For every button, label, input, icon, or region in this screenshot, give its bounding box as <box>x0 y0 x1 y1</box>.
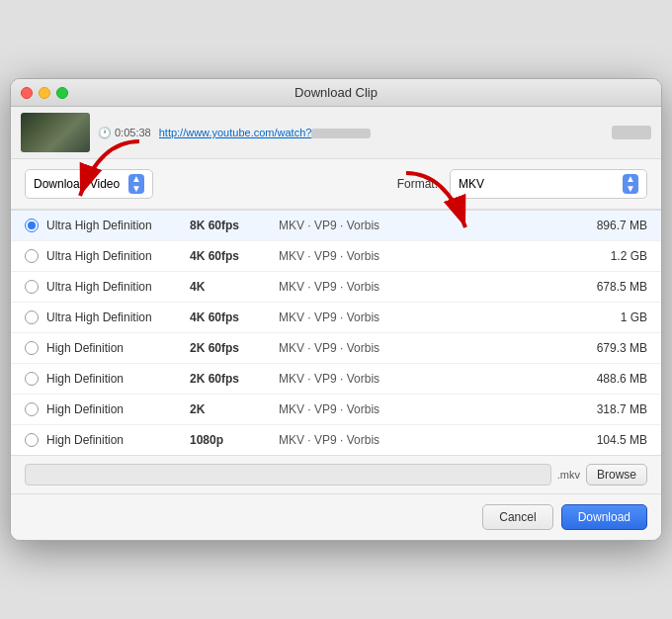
resolution-label: 2K 60fps <box>190 372 279 386</box>
size-label: 488.6 MB <box>568 372 647 386</box>
format-label: MKV · VP9 · Vorbis <box>279 433 568 447</box>
extension-label: .mkv <box>557 469 580 481</box>
quality-label: High Definition <box>46 433 190 447</box>
quality-label: High Definition <box>46 341 190 355</box>
video-row[interactable]: Ultra High Definition4K 60fpsMKV · VP9 ·… <box>11 303 661 333</box>
url-blur <box>311 129 371 138</box>
bottom-bar: .mkv Browse <box>11 456 661 494</box>
download-button[interactable]: Download <box>561 504 647 530</box>
format-label: MKV · VP9 · Vorbis <box>279 341 568 355</box>
size-label: 896.7 MB <box>568 219 647 232</box>
video-row[interactable]: Ultra High Definition4K 60fpsMKV · VP9 ·… <box>11 241 661 272</box>
radio-button[interactable] <box>25 402 39 416</box>
download-type-select[interactable]: Download Video ▲▼ <box>25 169 153 199</box>
browse-button[interactable]: Browse <box>586 464 647 486</box>
format-label: MKV · VP9 · Vorbis <box>279 372 568 386</box>
video-row[interactable]: High Definition1080pMKV · VP9 · Vorbis10… <box>11 425 661 455</box>
resolution-label: 4K <box>190 280 279 294</box>
format-label: MKV · VP9 · Vorbis <box>279 280 568 294</box>
size-label: 104.5 MB <box>568 433 647 447</box>
size-label: 1.2 GB <box>568 249 647 263</box>
url-display[interactable]: http://www.youtube.com/watch? <box>159 127 604 138</box>
quality-label: Ultra High Definition <box>46 310 190 324</box>
format-label: MKV · VP9 · Vorbis <box>279 402 568 416</box>
traffic-lights <box>21 87 68 99</box>
url-text: http://www.youtube.com/watch? <box>159 127 312 138</box>
radio-button[interactable] <box>25 249 39 263</box>
size-label: 1 GB <box>568 310 647 324</box>
video-row[interactable]: Ultra High Definition4KMKV · VP9 · Vorbi… <box>11 272 661 303</box>
resolution-label: 8K 60fps <box>190 219 279 232</box>
cancel-button[interactable]: Cancel <box>482 504 552 530</box>
resolution-label: 4K 60fps <box>190 310 279 324</box>
quality-label: Ultra High Definition <box>46 249 190 263</box>
radio-button[interactable] <box>25 341 39 355</box>
radio-button[interactable] <box>25 372 39 386</box>
video-list: Ultra High Definition8K 60fpsMKV · VP9 ·… <box>11 210 661 456</box>
video-row[interactable]: High Definition2KMKV · VP9 · Vorbis318.7… <box>11 395 661 425</box>
format-label: MKV · VP9 · Vorbis <box>279 219 568 232</box>
format-value: MKV <box>459 177 484 191</box>
radio-button[interactable] <box>25 280 39 294</box>
title-bar: Download Clip <box>11 79 661 107</box>
size-label: 679.3 MB <box>568 341 647 355</box>
download-type-chevron: ▲▼ <box>128 174 144 194</box>
format-label: MKV · VP9 · Vorbis <box>279 310 568 324</box>
quality-label: High Definition <box>46 372 190 386</box>
format-select[interactable]: MKV ▲▼ <box>450 169 647 199</box>
clock-icon: 🕐 <box>98 127 112 139</box>
main-window: Download Clip 🕐 0:05:38 http://www.youtu… <box>10 78 662 541</box>
format-label: MKV · VP9 · Vorbis <box>279 249 568 263</box>
url-extra-blur <box>612 126 651 139</box>
video-row[interactable]: High Definition2K 60fpsMKV · VP9 · Vorbi… <box>11 333 661 364</box>
toolbar: Download Video ▲▼ Format: MKV ▲▼ <box>11 159 661 210</box>
size-label: 678.5 MB <box>568 280 647 294</box>
video-thumbnail <box>21 113 90 152</box>
quality-label: Ultra High Definition <box>46 280 190 294</box>
format-label: Format: <box>397 177 438 191</box>
video-row[interactable]: Ultra High Definition8K 60fpsMKV · VP9 ·… <box>11 211 661 241</box>
browser-bar: 🕐 0:05:38 http://www.youtube.com/watch? <box>11 107 661 159</box>
resolution-label: 1080p <box>190 433 279 447</box>
maximize-button[interactable] <box>56 87 68 99</box>
resolution-label: 4K 60fps <box>190 249 279 263</box>
video-row[interactable]: High Definition2K 60fpsMKV · VP9 · Vorbi… <box>11 364 661 395</box>
quality-label: High Definition <box>46 402 190 416</box>
save-path-input[interactable] <box>25 464 551 486</box>
close-button[interactable] <box>21 87 33 99</box>
format-chevron: ▲▼ <box>623 174 638 194</box>
footer: Cancel Download <box>11 494 661 540</box>
download-type-label: Download Video <box>34 177 120 191</box>
minimize-button[interactable] <box>39 87 50 99</box>
resolution-label: 2K 60fps <box>190 341 279 355</box>
resolution-label: 2K <box>190 402 279 416</box>
time-display: 🕐 0:05:38 <box>98 127 151 139</box>
window-title: Download Clip <box>294 85 378 100</box>
size-label: 318.7 MB <box>568 402 647 416</box>
quality-label: Ultra High Definition <box>46 219 190 232</box>
time-value: 0:05:38 <box>115 127 151 138</box>
radio-button[interactable] <box>25 310 39 324</box>
radio-button[interactable] <box>25 219 39 232</box>
radio-button[interactable] <box>25 433 39 447</box>
